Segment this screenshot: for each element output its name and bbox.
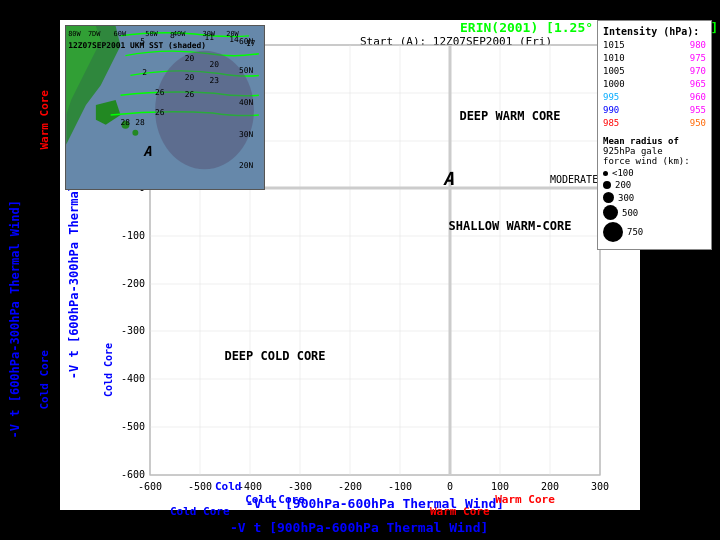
legend-row-7: 985 950 bbox=[603, 117, 706, 130]
legend-row-3: 1005 970 bbox=[603, 65, 706, 78]
svg-text:20: 20 bbox=[209, 60, 219, 69]
legend-val-1015: 1015 bbox=[603, 39, 625, 52]
svg-text:-500: -500 bbox=[188, 481, 212, 492]
svg-text:26: 26 bbox=[155, 108, 165, 117]
radius-row-750: 750 bbox=[603, 222, 706, 242]
svg-text:30W: 30W bbox=[203, 30, 216, 38]
svg-text:-500: -500 bbox=[121, 421, 145, 432]
svg-text:26: 26 bbox=[155, 88, 165, 97]
radius-unit: force wind (km): bbox=[603, 156, 706, 166]
legend-val-980: 980 bbox=[690, 39, 706, 52]
svg-text:DEEP WARM CORE: DEEP WARM CORE bbox=[459, 109, 560, 123]
svg-text:300: 300 bbox=[591, 481, 609, 492]
svg-text:60N: 60N bbox=[239, 37, 254, 46]
svg-text:26: 26 bbox=[185, 90, 195, 99]
svg-text:60W: 60W bbox=[114, 30, 127, 38]
legend-panel: Intensity (hPa): 1015 980 1010 975 1005 … bbox=[597, 20, 712, 250]
legend-val-965: 965 bbox=[690, 78, 706, 91]
legend-intensity-title: Intensity (hPa): bbox=[603, 26, 706, 37]
radius-dot-100 bbox=[603, 171, 608, 176]
svg-text:-200: -200 bbox=[338, 481, 362, 492]
svg-text:28: 28 bbox=[121, 118, 131, 127]
svg-text:A: A bbox=[443, 168, 454, 189]
legend-val-990: 990 bbox=[603, 104, 619, 117]
radius-title: Mean radius of bbox=[603, 136, 706, 146]
svg-text:7DW: 7DW bbox=[88, 30, 101, 38]
radius-subtitle: 925hPa gale bbox=[603, 146, 706, 156]
svg-text:23: 23 bbox=[209, 76, 219, 85]
legend-val-950: 950 bbox=[690, 117, 706, 130]
svg-text:-600: -600 bbox=[121, 469, 145, 480]
radius-label-200: 200 bbox=[615, 180, 631, 190]
svg-point-56 bbox=[132, 130, 138, 136]
legend-val-975: 975 bbox=[690, 52, 706, 65]
svg-text:Cold Core: Cold Core bbox=[245, 493, 305, 506]
svg-text:-400: -400 bbox=[121, 373, 145, 384]
legend-val-955: 955 bbox=[690, 104, 706, 117]
map-svg: 5 8 11 14 17 20 20 20 23 26 26 26 28 28 … bbox=[66, 26, 264, 189]
svg-text:12Z07SEP2001 UKM SST (shaded): 12Z07SEP2001 UKM SST (shaded) bbox=[68, 41, 206, 50]
radius-row-100: <100 bbox=[603, 168, 706, 178]
legend-val-985: 985 bbox=[603, 117, 619, 130]
svg-text:-300: -300 bbox=[121, 325, 145, 336]
svg-text:200: 200 bbox=[541, 481, 559, 492]
svg-text:40N: 40N bbox=[239, 98, 254, 107]
svg-text:-200: -200 bbox=[121, 278, 145, 289]
svg-text:-400: -400 bbox=[238, 481, 262, 492]
legend-val-995: 995 bbox=[603, 91, 619, 104]
y-warm-core-label: Warm Core bbox=[38, 90, 51, 150]
svg-text:-300: -300 bbox=[288, 481, 312, 492]
svg-text:100: 100 bbox=[491, 481, 509, 492]
y-cold-core-label: Cold Core bbox=[38, 350, 51, 410]
legend-row-2: 1010 975 bbox=[603, 52, 706, 65]
svg-text:20: 20 bbox=[185, 73, 195, 82]
radius-row-300: 300 bbox=[603, 192, 706, 203]
svg-text:0: 0 bbox=[447, 481, 453, 492]
svg-text:30N: 30N bbox=[239, 130, 254, 139]
legend-val-970: 970 bbox=[690, 65, 706, 78]
svg-text:20N: 20N bbox=[239, 161, 254, 170]
legend-row-1: 1015 980 bbox=[603, 39, 706, 52]
main-canvas: ERIN(2001) [1.25° UKMET Analysis] Start … bbox=[0, 0, 720, 540]
legend-val-1000: 1000 bbox=[603, 78, 625, 91]
svg-text:A: A bbox=[143, 143, 152, 159]
svg-text:-100: -100 bbox=[388, 481, 412, 492]
legend-val-1010: 1010 bbox=[603, 52, 625, 65]
radius-label-500: 500 bbox=[622, 208, 638, 218]
svg-text:20W: 20W bbox=[226, 30, 239, 38]
svg-text:80W: 80W bbox=[68, 30, 81, 38]
svg-text:-100: -100 bbox=[121, 230, 145, 241]
radius-dot-750 bbox=[603, 222, 623, 242]
svg-text:28: 28 bbox=[135, 118, 145, 127]
x-axis-label: -V t [900hPa-600hPa Thermal Wind] bbox=[230, 520, 488, 535]
legend-row-4: 1000 965 bbox=[603, 78, 706, 91]
radius-label-750: 750 bbox=[627, 227, 643, 237]
svg-text:2: 2 bbox=[142, 68, 147, 77]
legend-val-1005: 1005 bbox=[603, 65, 625, 78]
svg-text:-600: -600 bbox=[138, 481, 162, 492]
radius-row-500: 500 bbox=[603, 205, 706, 220]
radius-label-300: 300 bbox=[618, 193, 634, 203]
svg-text:40W: 40W bbox=[173, 30, 186, 38]
legend-row-5: 995 960 bbox=[603, 91, 706, 104]
radius-dot-500 bbox=[603, 205, 618, 220]
legend-row-6: 990 955 bbox=[603, 104, 706, 117]
legend-val-960: 960 bbox=[690, 91, 706, 104]
radius-row-200: 200 bbox=[603, 180, 706, 190]
svg-text:Cold Core: Cold Core bbox=[103, 343, 114, 397]
svg-text:20: 20 bbox=[185, 54, 195, 63]
radius-label-100: <100 bbox=[612, 168, 634, 178]
bottom-cold-label: Cold bbox=[215, 480, 242, 493]
svg-text:50W: 50W bbox=[145, 30, 158, 38]
radius-dot-200 bbox=[603, 181, 611, 189]
svg-text:SHALLOW WARM-CORE: SHALLOW WARM-CORE bbox=[449, 219, 572, 233]
svg-text:50N: 50N bbox=[239, 66, 254, 75]
y-axis-label: -V t [600hPa-300hPa Thermal Wind] bbox=[8, 200, 22, 438]
map-inset: 5 8 11 14 17 20 20 20 23 26 26 26 28 28 … bbox=[65, 25, 265, 190]
svg-text:DEEP COLD CORE: DEEP COLD CORE bbox=[224, 349, 325, 363]
radius-dot-300 bbox=[603, 192, 614, 203]
svg-text:Warm Core: Warm Core bbox=[495, 493, 555, 506]
